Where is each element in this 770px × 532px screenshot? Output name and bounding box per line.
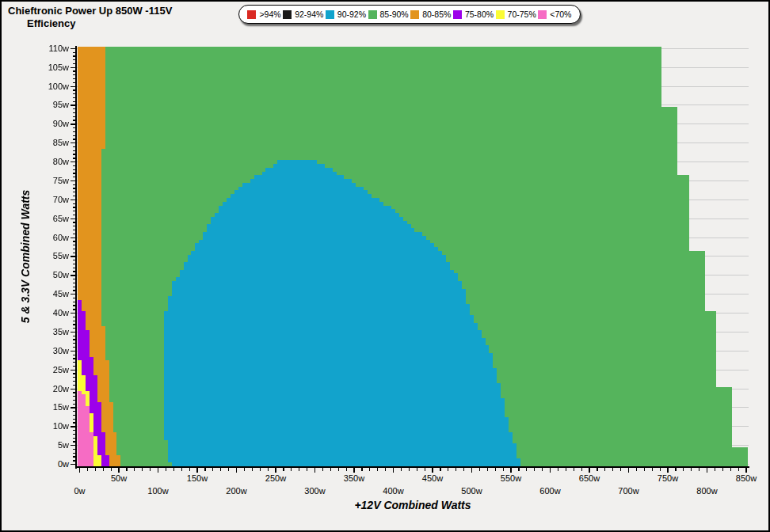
x-tick <box>636 468 637 471</box>
y-tick <box>73 298 75 298</box>
x-tick-label: 450w <box>409 473 456 483</box>
y-tick <box>71 218 75 219</box>
y-tick <box>73 309 75 310</box>
x-tick <box>252 468 253 471</box>
y-tick-label: 65w <box>32 214 69 223</box>
x-tick <box>353 468 354 473</box>
y-tick <box>73 165 75 166</box>
y-tick-label: 100w <box>32 82 69 91</box>
x-tick <box>111 468 112 471</box>
x-tick <box>558 468 558 471</box>
y-tick <box>73 177 75 177</box>
x-tick-label: 650w <box>566 473 613 483</box>
y-tick <box>73 302 75 302</box>
x-tick <box>409 468 410 471</box>
x-tick <box>142 468 143 471</box>
x-tick-label: 750w <box>644 473 692 483</box>
x-tick <box>730 468 731 471</box>
x-tick <box>644 468 645 471</box>
x-tick <box>181 468 182 471</box>
y-tick-label: 110w <box>32 44 69 53</box>
x-tick <box>150 468 151 471</box>
x-tick <box>667 468 668 473</box>
y-tick <box>71 256 75 256</box>
x-tick-label: 300w <box>292 486 339 496</box>
x-tick <box>220 468 221 471</box>
x-tick <box>275 468 276 473</box>
y-tick-label: 5w <box>32 440 69 450</box>
x-tick <box>503 468 504 471</box>
x-tick <box>244 468 245 471</box>
x-tick-label: 800w <box>684 486 731 496</box>
x-tick <box>361 468 362 471</box>
y-tick-label: 85w <box>32 138 69 147</box>
x-tick <box>425 468 425 471</box>
y-tick <box>73 127 75 128</box>
x-tick <box>738 468 739 471</box>
x-tick <box>369 468 370 471</box>
y-tick <box>73 385 75 386</box>
x-tick <box>166 468 166 471</box>
x-tick <box>699 468 699 471</box>
x-tick-label: 150w <box>173 473 221 483</box>
y-tick <box>73 362 75 363</box>
x-tick <box>79 468 80 473</box>
x-tick <box>330 468 331 471</box>
x-tick-label: 50w <box>95 473 143 483</box>
x-tick <box>385 468 386 471</box>
y-tick <box>73 70 75 71</box>
x-tick <box>652 468 653 471</box>
x-tick-label: 850w <box>722 473 770 483</box>
x-tick <box>581 468 582 471</box>
x-tick <box>471 468 472 473</box>
y-tick <box>73 97 75 98</box>
y-tick <box>73 396 75 397</box>
y-tick <box>71 48 75 49</box>
y-tick <box>73 328 75 329</box>
x-tick <box>377 468 378 471</box>
x-tick <box>463 468 464 471</box>
x-tick-label: 500w <box>448 486 496 496</box>
y-tick <box>73 453 75 454</box>
x-tick <box>542 468 543 471</box>
x-tick <box>204 468 205 471</box>
x-tick <box>173 468 174 471</box>
x-tick <box>189 468 190 471</box>
y-tick <box>73 211 75 211</box>
y-tick <box>73 226 75 226</box>
x-tick <box>479 468 480 471</box>
y-tick <box>71 332 75 332</box>
y-tick <box>73 449 75 450</box>
x-tick <box>440 468 440 471</box>
y-axis-line <box>75 46 77 469</box>
x-tick-label: 350w <box>330 473 378 483</box>
y-tick <box>73 343 75 344</box>
y-tick <box>73 253 75 253</box>
y-tick <box>71 426 75 427</box>
y-tick <box>73 287 75 287</box>
y-tick <box>73 438 75 439</box>
y-tick <box>73 131 75 132</box>
y-tick <box>73 101 75 102</box>
y-tick <box>71 445 75 446</box>
x-tick <box>307 468 307 471</box>
x-tick <box>448 468 448 471</box>
y-tick <box>73 290 75 291</box>
y-tick <box>71 162 75 162</box>
y-tick <box>73 215 75 215</box>
y-tick <box>73 264 75 264</box>
y-tick <box>71 313 75 314</box>
y-tick <box>73 192 75 192</box>
x-tick <box>196 468 197 473</box>
x-tick <box>283 468 284 471</box>
y-tick <box>73 358 75 359</box>
x-tick <box>660 468 661 471</box>
y-tick <box>73 283 75 283</box>
x-tick-label: 550w <box>487 473 535 483</box>
y-tick <box>71 370 75 370</box>
x-axis-line <box>75 466 749 468</box>
y-tick-label: 35w <box>32 327 69 336</box>
y-tick <box>73 317 75 317</box>
x-tick <box>95 468 96 471</box>
y-tick <box>71 294 75 294</box>
